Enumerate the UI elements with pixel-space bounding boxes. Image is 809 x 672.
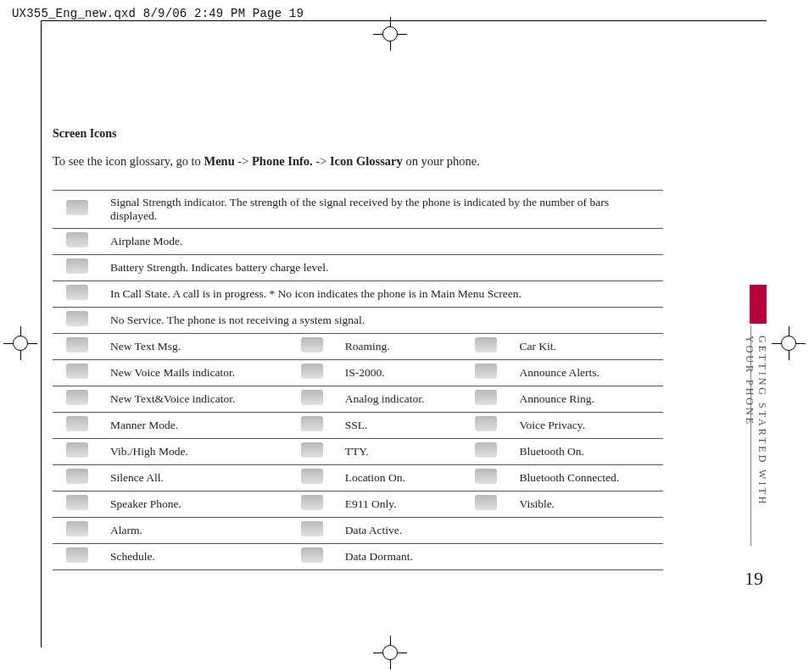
phone-icon <box>475 442 497 458</box>
description-cell: Announce Alerts. <box>511 359 663 386</box>
icon-cell <box>53 228 102 254</box>
description-cell: SSL. <box>337 412 462 438</box>
description-cell: In Call State. A call is in progress. * … <box>102 280 663 307</box>
phone-icon <box>301 364 323 379</box>
icon-cell <box>287 333 337 359</box>
print-slug: UX355_Eng_new.qxd 8/9/06 2:49 PM Page 19 <box>12 7 304 20</box>
section-color-tab <box>750 285 767 324</box>
phone-icon <box>66 442 88 458</box>
icon-cell <box>53 333 102 359</box>
description-cell: IS-2000. <box>337 359 462 386</box>
description-cell: Data Dormant. <box>337 543 462 569</box>
phone-icon <box>301 337 323 353</box>
icon-cell <box>287 412 337 438</box>
icon-cell <box>53 464 102 491</box>
intro-paragraph: To see the icon glossary, go to Menu -> … <box>53 153 663 171</box>
description-cell <box>511 517 663 543</box>
description-cell: Voice Privacy. <box>511 412 663 438</box>
phone-icon <box>301 390 323 405</box>
phone-icon <box>66 416 88 431</box>
description-cell: Visible. <box>511 491 663 517</box>
phone-icon <box>475 416 497 431</box>
description-cell: Airplane Mode. <box>102 228 663 254</box>
icon-cell <box>461 412 511 438</box>
description-cell: Manner Mode. <box>102 412 287 438</box>
description-cell: Silence All. <box>102 464 287 491</box>
description-cell: Speaker Phone. <box>102 491 287 517</box>
icon-cell <box>53 280 102 307</box>
icon-cell <box>53 491 102 517</box>
icon-cell <box>461 438 511 464</box>
table-row: New Text Msg.Roaming.Car Kit. <box>53 333 663 359</box>
phone-icon <box>66 521 88 536</box>
icon-cell <box>53 254 102 280</box>
icon-table: Signal Strength indicator. The strength … <box>53 190 663 570</box>
phone-icon <box>475 495 497 510</box>
section-running-head: GETTING STARTED WITH YOUR PHONE <box>743 336 768 547</box>
phone-icon <box>301 547 323 563</box>
registration-mark-right <box>772 326 806 360</box>
phone-icon <box>66 311 88 326</box>
description-cell: New Voice Mails indicator. <box>102 359 287 386</box>
section-heading: Screen Icons <box>53 127 663 141</box>
icon-cell <box>461 517 511 543</box>
phone-icon <box>301 469 323 484</box>
icon-cell <box>287 438 337 464</box>
description-cell: Location On. <box>337 464 462 491</box>
description-cell: Announce Ring. <box>511 386 663 412</box>
icon-cell <box>53 190 102 228</box>
table-row: Silence All.Location On.Bluetooth Connec… <box>53 464 663 491</box>
phone-icon <box>66 390 88 405</box>
description-cell: Vib./High Mode. <box>102 438 287 464</box>
phone-icon <box>66 547 88 563</box>
registration-mark-left <box>3 326 37 360</box>
phone-icon <box>301 521 323 536</box>
table-row: No Service. The phone is not receiving a… <box>53 307 663 333</box>
phone-icon <box>475 390 497 405</box>
icon-cell <box>53 359 102 386</box>
intro-text: -> <box>313 154 330 168</box>
phone-icon <box>301 416 323 431</box>
icon-cell <box>53 412 102 438</box>
icon-cell <box>287 517 337 543</box>
description-cell: Battery Strength. Indicates battery char… <box>102 254 663 280</box>
description-cell <box>511 543 663 569</box>
icon-cell <box>461 333 511 359</box>
icon-cell <box>287 464 337 491</box>
table-row: Speaker Phone.E911 Only.Visible. <box>53 491 663 517</box>
description-cell: Data Active. <box>337 517 462 543</box>
icon-cell <box>287 386 337 412</box>
icon-cell <box>53 386 102 412</box>
intro-text: To see the icon glossary, go to <box>53 154 204 168</box>
description-cell: Schedule. <box>102 543 287 569</box>
description-cell: TTY. <box>337 438 462 464</box>
icon-cell <box>287 491 337 517</box>
table-row: Signal Strength indicator. The strength … <box>53 190 663 228</box>
icon-cell <box>287 543 337 569</box>
icon-cell <box>53 307 102 333</box>
description-cell: Roaming. <box>337 333 462 359</box>
phone-icon <box>66 364 88 379</box>
table-row: New Text&Voice indicator.Analog indicato… <box>53 386 663 412</box>
table-row: Manner Mode.SSL.Voice Privacy. <box>53 412 663 438</box>
icon-cell <box>461 386 511 412</box>
table-row: Vib./High Mode.TTY.Bluetooth On. <box>53 438 663 464</box>
phone-icon <box>475 364 497 379</box>
icon-cell <box>53 438 102 464</box>
phone-icon <box>301 442 323 458</box>
phone-icon <box>301 495 323 510</box>
phone-icon <box>475 469 497 484</box>
description-cell: New Text Msg. <box>102 333 287 359</box>
description-cell: E911 Only. <box>337 491 462 517</box>
description-cell: Analog indicator. <box>337 386 462 412</box>
page-content: Screen Icons To see the icon glossary, g… <box>53 127 663 570</box>
phone-icon <box>66 285 88 300</box>
phone-icon <box>66 258 88 274</box>
table-row: Alarm.Data Active. <box>53 517 663 543</box>
icon-cell <box>461 543 511 569</box>
description-cell: New Text&Voice indicator. <box>102 386 287 412</box>
table-row: Battery Strength. Indicates battery char… <box>53 254 663 280</box>
description-cell: Bluetooth On. <box>511 438 663 464</box>
icon-cell <box>53 517 102 543</box>
table-row: In Call State. A call is in progress. * … <box>53 280 663 307</box>
